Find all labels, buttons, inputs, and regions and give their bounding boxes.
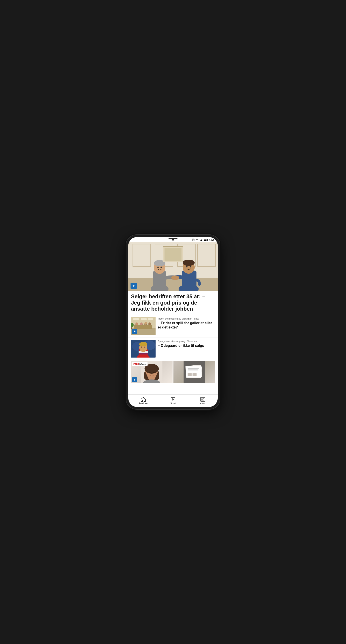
sport-icon (170, 397, 176, 402)
nav-item-sport[interactable]: Sport (158, 395, 188, 407)
nav-label-sport: Sport (170, 402, 176, 405)
article1-text: Ingen skrinlegging av bypakken i dag: – … (158, 317, 215, 330)
article1-headline: – Er det et spill for galleriet eller er… (158, 321, 215, 330)
hero-premium-badge: + (131, 283, 137, 289)
article1-kicker: Ingen skrinlegging av bypakken i dag: (158, 317, 215, 320)
svg-point-23 (171, 276, 179, 280)
phone-shell: 1:54 (126, 235, 220, 409)
svg-point-56 (141, 346, 142, 348)
svg-point-43 (144, 322, 147, 325)
svg-rect-14 (128, 278, 218, 291)
scroll-content[interactable]: + Selger bedriften etter 35 år: – Jeg fi… (128, 242, 218, 394)
bottom-nav: Forsiden Sport (128, 394, 218, 407)
article2-kicker: Spanjolene etter oppslag i Nederland: (158, 340, 215, 343)
article-item[interactable]: Spanjolene etter oppslag i Nederland: – … (128, 338, 218, 360)
svg-point-25 (160, 266, 162, 268)
grid-item-1[interactable]: FOLK NYEDRAMMEN + (131, 361, 173, 383)
svg-point-42 (140, 322, 143, 325)
svg-rect-70 (188, 370, 198, 370)
svg-rect-1 (193, 240, 193, 240)
svg-rect-53 (139, 354, 148, 354)
svg-rect-78 (201, 398, 203, 400)
main-headline-text: Selger bedriften etter 35 år: – Jeg fikk… (131, 294, 215, 312)
svg-point-62 (153, 372, 155, 374)
nav-label-eavis: eAvis (200, 402, 205, 405)
camera-dot (172, 239, 174, 240)
svg-rect-6 (201, 240, 202, 241)
svg-point-57 (144, 346, 145, 348)
folk-logo-sub: NYEDRAMMEN (139, 363, 146, 366)
svg-point-26 (186, 266, 188, 268)
grid-item-2[interactable] (173, 361, 215, 383)
phone-screen: 1:54 (128, 237, 218, 407)
svg-rect-29 (165, 248, 181, 261)
article-item[interactable]: + Ingen skrinlegging av bypakken i dag: … (128, 315, 218, 338)
svg-point-55 (139, 342, 147, 346)
bottom-grid[interactable]: FOLK NYEDRAMMEN + (128, 360, 218, 384)
svg-rect-34 (148, 318, 153, 320)
main-headline-section[interactable]: Selger bedriften etter 35 år: – Jeg fikk… (128, 291, 218, 315)
battery-icon (204, 239, 208, 241)
nav-label-forsiden: Forsiden (139, 402, 148, 405)
svg-point-41 (135, 322, 138, 325)
svg-rect-72 (188, 372, 197, 372)
svg-point-27 (190, 266, 191, 268)
hero-image[interactable]: + (128, 242, 218, 291)
vibrate-icon (192, 238, 195, 242)
svg-point-22 (183, 260, 195, 266)
svg-rect-33 (141, 318, 147, 320)
home-icon (141, 397, 146, 402)
eavis-icon (200, 397, 205, 402)
svg-rect-32 (133, 318, 139, 320)
svg-point-24 (157, 266, 159, 268)
nav-item-forsiden[interactable]: Forsiden (128, 395, 158, 407)
svg-marker-76 (173, 398, 174, 400)
article-thumb-2 (131, 340, 156, 358)
folk-logo-text: FOLK (133, 363, 139, 365)
svg-rect-5 (201, 240, 201, 241)
svg-point-61 (149, 372, 151, 374)
svg-point-44 (148, 322, 151, 325)
svg-rect-4 (200, 240, 200, 241)
svg-rect-71 (188, 370, 198, 371)
article-thumb-1: + (131, 317, 156, 335)
article2-headline: – Ødegaard er ikke til salgs (158, 344, 215, 348)
folk-logo: FOLK NYEDRAMMEN (132, 362, 148, 366)
svg-rect-36 (134, 325, 152, 330)
nav-item-eavis[interactable]: eAvis (188, 395, 218, 407)
status-time: 1:54 (209, 238, 214, 241)
svg-rect-7 (202, 239, 202, 241)
wifi-icon (196, 238, 199, 242)
svg-rect-74 (193, 373, 197, 376)
svg-rect-73 (188, 373, 192, 376)
svg-rect-69 (188, 368, 199, 369)
signal-icon (200, 238, 203, 242)
status-icons: 1:54 (192, 238, 214, 242)
grid1-premium-badge: + (132, 377, 137, 382)
article2-text: Spanjolene etter oppslag i Nederland: – … (158, 340, 215, 348)
article1-premium-badge: + (132, 329, 137, 334)
